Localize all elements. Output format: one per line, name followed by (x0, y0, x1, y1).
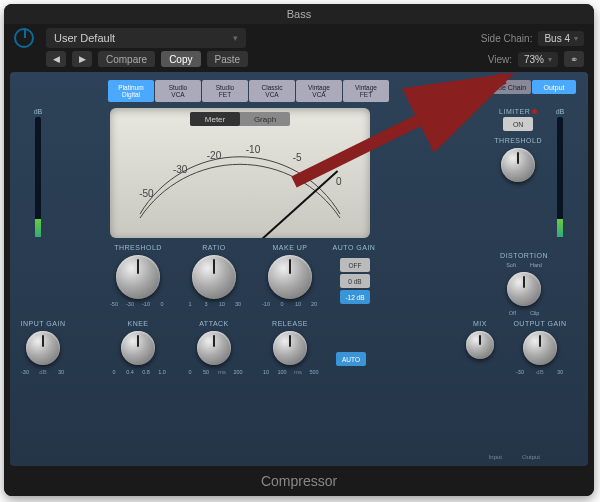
meter-legend: InputOutput (489, 454, 540, 460)
input-gain-knob[interactable] (26, 331, 60, 365)
gr-meter-left: dB (24, 108, 52, 237)
threshold-knob[interactable] (116, 255, 160, 299)
paste-button[interactable]: Paste (207, 51, 249, 67)
autogain-0db[interactable]: 0 dB (340, 274, 370, 288)
next-preset-button[interactable]: ▶ (72, 51, 92, 67)
sidechain-select[interactable]: Bus 4 ▾ (538, 31, 584, 46)
auto-release-button[interactable]: AUTO (336, 352, 366, 366)
style-studio-vca[interactable]: StudioVCA (155, 80, 201, 102)
autogain-buttons: OFF 0 dB -12 dB (340, 258, 370, 304)
limiter-on-button[interactable]: ON (503, 117, 533, 131)
link-button[interactable]: ⚭ (564, 51, 584, 67)
output-meter-right: dB (546, 108, 574, 237)
power-button[interactable] (14, 28, 34, 48)
view-label: View: (488, 54, 512, 65)
release-knob[interactable] (273, 331, 307, 365)
chevron-up-down-icon: ▾ (574, 34, 578, 43)
view-zoom-select[interactable]: 73% ▾ (518, 52, 558, 67)
output-gain-knob[interactable] (523, 331, 557, 365)
style-vintage-vca[interactable]: VintageVCA (296, 80, 342, 102)
window-title: Bass (4, 4, 594, 24)
knee-knob[interactable] (121, 331, 155, 365)
plugin-name-footer: Compressor (4, 466, 594, 496)
mix-knob[interactable] (466, 331, 494, 359)
limiter-led-icon (532, 109, 537, 114)
autogain-off[interactable]: OFF (340, 258, 370, 272)
attack-knob[interactable] (197, 331, 231, 365)
distortion-section: DISTORTION SoftHard OffClip (500, 244, 548, 316)
tab-sidechain[interactable]: Side Chain (487, 80, 531, 94)
preset-name: User Default (54, 32, 115, 44)
compressor-panel: PlatinumDigital StudioVCA StudioFET Clas… (10, 72, 588, 466)
plugin-header: User Default ▾ Side Chain: Bus 4 ▾ ◀ ▶ C… (4, 24, 594, 72)
plugin-window: Bass User Default ▾ Side Chain: Bus 4 ▾ … (4, 4, 594, 496)
style-studio-fet[interactable]: StudioFET (202, 80, 248, 102)
style-platinum-digital[interactable]: PlatinumDigital (108, 80, 154, 102)
autogain-12db[interactable]: -12 dB (340, 290, 370, 304)
ratio-knob[interactable] (192, 255, 236, 299)
distortion-knob[interactable] (507, 272, 541, 306)
style-vintage-fet[interactable]: VintageFET (343, 80, 389, 102)
preset-select[interactable]: User Default ▾ (46, 28, 246, 48)
limiter-section: LIMITER ON THRESHOLD (494, 108, 542, 186)
tab-output[interactable]: Output (532, 80, 576, 94)
prev-preset-button[interactable]: ◀ (46, 51, 66, 67)
copy-button[interactable]: Copy (161, 51, 200, 67)
compare-button[interactable]: Compare (98, 51, 155, 67)
makeup-knob[interactable] (268, 255, 312, 299)
sidechain-label: Side Chain: (481, 33, 533, 44)
chevron-up-down-icon: ▾ (548, 55, 552, 64)
chevron-down-icon: ▾ (233, 33, 238, 43)
io-tabs: Side Chain Output (487, 80, 576, 94)
limiter-threshold-knob[interactable] (501, 148, 535, 182)
vu-meter: Meter Graph -50 -30 -20 -10 -5 0 (110, 108, 370, 238)
style-classic-vca[interactable]: ClassicVCA (249, 80, 295, 102)
